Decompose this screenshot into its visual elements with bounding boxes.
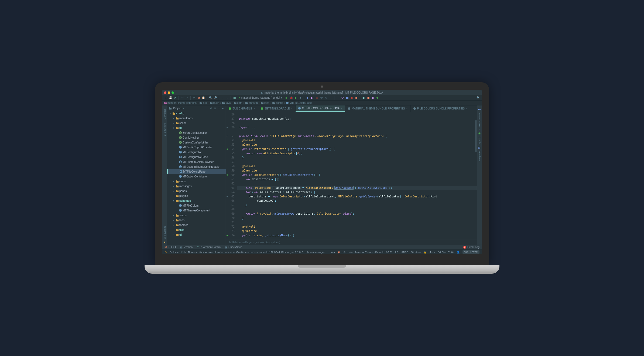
code-line[interactable]: public AttributesDescriptor[] getAttribu… — [239, 147, 475, 151]
gutter-line[interactable]: 59 — [226, 169, 235, 173]
breadcrumb-item[interactable]: chrisrm — [245, 101, 258, 104]
cut-icon[interactable]: ✂ — [192, 96, 196, 100]
tree-arrow-icon[interactable]: ▸ — [173, 117, 175, 119]
breadcrumb-item[interactable]: com — [234, 101, 242, 104]
code-line[interactable]: @NotNull — [239, 225, 475, 229]
code-area[interactable]: package com.chrisrm.idea.config;import .… — [237, 112, 477, 240]
breadcrumb-item[interactable]: idea — [261, 101, 269, 104]
tree-item[interactable]: ▸status — [167, 213, 226, 218]
tool3-icon[interactable]: ▣ — [371, 96, 375, 100]
editor-tab[interactable]: MATERIAL THEME BUNDLE.PROPERTIES× — [345, 105, 410, 112]
tree-item[interactable]: CMTCustomColorsProvider — [167, 159, 226, 164]
copy-icon[interactable]: ⧉ — [197, 96, 201, 100]
editor-tab[interactable]: SETTINGS.GRADLE× — [258, 105, 296, 112]
vcs-tool[interactable]: ⑂ 9: Version Control — [197, 246, 221, 249]
tree-item[interactable]: ▾schemes — [167, 198, 226, 203]
tree-item[interactable]: CMTConfigTopHitProvider — [167, 145, 226, 150]
search-everywhere-icon[interactable]: 🔍 — [476, 96, 480, 100]
code-line[interactable] — [239, 182, 475, 186]
replace-icon[interactable]: 🔎 — [213, 96, 217, 100]
code-line[interactable]: public String getDisplayName() { — [239, 233, 475, 238]
gutter-line[interactable]: 68 — [226, 207, 235, 212]
code-line[interactable]: @Override — [239, 169, 475, 173]
tree-item[interactable]: ▸themes — [167, 222, 226, 227]
tool1-icon[interactable]: ▣ — [362, 96, 365, 100]
gutter-line[interactable]: 56 — [226, 156, 235, 160]
breadcrumb-item[interactable]: MTFileColorsPage — [286, 101, 312, 104]
tree-arrow-icon[interactable]: ▾ — [170, 112, 172, 115]
tree-item[interactable]: ICustomConfigNotifier — [167, 140, 226, 145]
tree-item[interactable]: ▾ui — [167, 125, 226, 130]
vtab-favorites[interactable]: 2: Favorites — [163, 224, 166, 240]
gutter-line[interactable]: 67 — [226, 203, 235, 207]
editor[interactable]: 26272829+51↗525354●555657585960●61626364… — [226, 112, 477, 240]
status-memory[interactable]: 532 of 672M — [463, 250, 479, 254]
attach-icon[interactable]: ▶ — [306, 96, 310, 100]
gutter-line[interactable]: 73 — [226, 229, 235, 233]
code-line[interactable]: public ColorDescriptor[] getColorDescrip… — [239, 173, 475, 177]
gutter-line[interactable]: 64 — [226, 190, 235, 194]
structure-icon[interactable]: ▦ — [345, 96, 349, 100]
run-icon[interactable]: ▶ — [285, 96, 289, 100]
forward-icon[interactable]: → — [225, 96, 229, 100]
editor-tab[interactable]: MT FILE COLORS PAGE.JAVA× — [296, 105, 345, 112]
editor-bc-method[interactable]: getColorDescriptors() — [255, 241, 280, 244]
paste-icon[interactable]: 📋 — [201, 96, 205, 100]
sdk-icon[interactable]: ◉ — [350, 96, 354, 100]
tree-item[interactable]: ▸tabs — [167, 218, 226, 222]
tree-arrow-icon[interactable]: ▸ — [173, 219, 175, 221]
gutter-line[interactable]: 58 — [226, 164, 235, 169]
tree-item[interactable]: ▸icons — [167, 179, 226, 184]
gutter-mark-icon[interactable]: ● — [227, 173, 228, 177]
tree-arrow-icon[interactable]: ▸ — [173, 214, 175, 217]
vtab-project[interactable]: 1: Project — [163, 108, 166, 121]
tab-close-icon[interactable]: × — [406, 107, 407, 110]
sidebar-scroll-icon[interactable]: ⊕ — [214, 107, 216, 110]
terminal-tool[interactable]: ▣ Terminal — [180, 246, 193, 249]
code-line[interactable]: descriptors += new ColorDescriptor(allFi… — [239, 194, 475, 199]
gutter-line[interactable]: 65+ — [226, 194, 235, 199]
profile-icon[interactable]: ▶ — [310, 96, 314, 100]
gutter-line[interactable]: 71 — [226, 220, 235, 225]
tree-item[interactable]: CMTConfigurableBase — [167, 155, 226, 159]
editor-scrollbar[interactable] — [475, 120, 477, 152]
gutter-line[interactable]: 29+ — [226, 125, 235, 130]
gutter-line[interactable]: 54● — [226, 147, 235, 151]
status-caret-pos[interactable]: 63:61 — [386, 251, 393, 254]
gutter-line[interactable]: 69 — [226, 212, 235, 216]
tree-item[interactable]: CMTConfigurable — [167, 150, 226, 155]
gutter-line[interactable]: 63 — [226, 186, 235, 190]
gutter-line[interactable]: 28 — [226, 121, 235, 125]
code-line[interactable] — [239, 220, 475, 225]
tree-item[interactable]: CMTThemesComponent — [167, 208, 226, 213]
back-icon[interactable]: ← — [221, 96, 224, 100]
tree-item[interactable]: CMTFileColors — [167, 203, 226, 208]
gutter-line[interactable] — [226, 130, 235, 134]
tree-arrow-icon[interactable]: ▸ — [173, 195, 175, 197]
tree-item[interactable]: IBeforeConfigNotifier — [167, 130, 226, 135]
code-line[interactable]: @NotNull — [239, 138, 475, 143]
run-config-selector[interactable]: ● material-theme-jetbrains [runIde] ▾ — [237, 96, 284, 99]
tree-item[interactable]: ▾config — [167, 111, 226, 116]
sidebar-hide-icon[interactable]: ⇤ — [222, 107, 224, 110]
find-icon[interactable]: 🔍 — [209, 96, 213, 100]
code-line[interactable] — [239, 207, 475, 212]
ide-icon[interactable]: ◉ — [354, 96, 358, 100]
project-view-dropdown-icon[interactable]: ▾ — [183, 107, 184, 109]
tab-close-icon[interactable]: × — [341, 107, 342, 110]
code-line[interactable]: @Override — [239, 229, 475, 233]
tree-arrow-icon[interactable]: ▸ — [173, 229, 175, 231]
status-inspect-icon[interactable]: 👤 — [457, 251, 460, 254]
status-git-stat[interactable]: Git Stat: 51 0↓ — [438, 251, 454, 254]
tree-item[interactable]: ▸scope — [167, 121, 226, 125]
gutter-line[interactable]: 57 — [226, 160, 235, 164]
status-encoding[interactable]: UTF-8 — [401, 251, 408, 254]
gutter-mark-icon[interactable]: ↗ — [227, 134, 228, 138]
code-line[interactable]: @NotNull — [239, 164, 475, 169]
redo-icon[interactable]: ↷ — [185, 96, 189, 100]
gutter-line[interactable]: 51↗ — [226, 134, 235, 138]
tree-item[interactable]: ▸panes — [167, 189, 226, 193]
code-line[interactable]: val descriptors = []; — [239, 177, 475, 182]
save-icon[interactable]: 💾 — [169, 96, 172, 100]
settings-icon[interactable]: ✿ — [341, 96, 344, 100]
